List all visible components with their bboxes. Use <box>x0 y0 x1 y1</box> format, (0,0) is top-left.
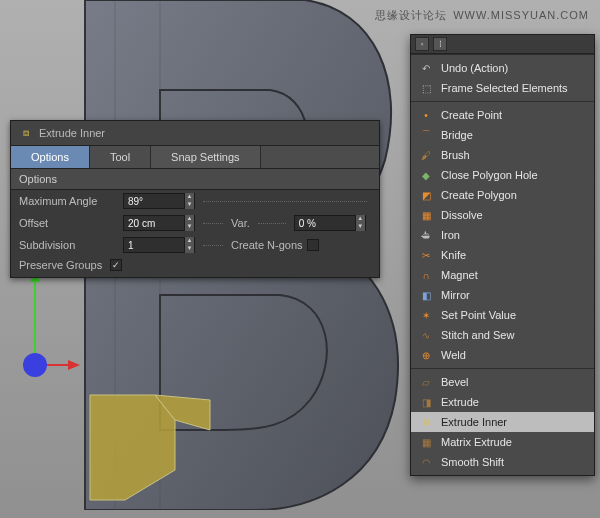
magnet-icon: ∩ <box>419 268 433 282</box>
menu-item-weld[interactable]: ⊕Weld <box>411 345 594 365</box>
menu-item-label: Bevel <box>441 376 469 388</box>
input-max-angle[interactable]: 89°▲▼ <box>123 193 195 209</box>
bridge-icon: ⌒ <box>419 128 433 142</box>
menu-item-brush[interactable]: 🖌Brush <box>411 145 594 165</box>
checkbox-create-ngons[interactable] <box>307 239 319 251</box>
weld-icon: ⊕ <box>419 348 433 362</box>
axis-gizmo[interactable] <box>20 270 80 380</box>
panel-titlebar[interactable]: ⧈ Extrude Inner <box>11 121 379 146</box>
dissolve-icon: ▦ <box>419 208 433 222</box>
menu-item-create-polygon[interactable]: ◩Create Polygon <box>411 185 594 205</box>
menu-item-knife[interactable]: ✂Knife <box>411 245 594 265</box>
menu-item-dissolve[interactable]: ▦Dissolve <box>411 205 594 225</box>
menu-item-label: Extrude Inner <box>441 416 507 428</box>
menu-item-label: Set Point Value <box>441 309 516 321</box>
menu-item-label: Create Point <box>441 109 502 121</box>
menu-item-label: Bridge <box>441 129 473 141</box>
menu-item-matrix-extrude[interactable]: ▦Matrix Extrude <box>411 432 594 452</box>
tab-tool[interactable]: Tool <box>90 146 151 168</box>
label-max-angle: Maximum Angle <box>19 195 119 207</box>
options-section-header: Options <box>11 168 379 190</box>
watermark: 思缘设计论坛WWW.MISSYUAN.COM <box>375 8 595 23</box>
svg-point-4 <box>23 353 47 377</box>
menu-item-label: Magnet <box>441 269 478 281</box>
frame-icon: ⬚ <box>419 81 433 95</box>
menu-item-label: Extrude <box>441 396 479 408</box>
menu-item-label: Create Polygon <box>441 189 517 201</box>
mirror-icon: ◧ <box>419 288 433 302</box>
bevel-icon: ▱ <box>419 375 433 389</box>
menu-item-frame-selected-elements[interactable]: ⬚Frame Selected Elements <box>411 78 594 98</box>
input-subdivision[interactable]: 1▲▼ <box>123 237 195 253</box>
set-point-icon: ✶ <box>419 308 433 322</box>
menu-item-smooth-shift[interactable]: ◠Smooth Shift <box>411 452 594 472</box>
menu-item-label: Stitch and Sew <box>441 329 514 341</box>
menu-item-label: Smooth Shift <box>441 456 504 468</box>
menu-item-create-point[interactable]: •Create Point <box>411 105 594 125</box>
menu-header: ◦ ⁞ <box>411 35 594 54</box>
menu-item-iron[interactable]: ⛴Iron <box>411 225 594 245</box>
menu-item-mirror[interactable]: ◧Mirror <box>411 285 594 305</box>
context-menu: ◦ ⁞ ↶Undo (Action)⬚Frame Selected Elemen… <box>410 34 595 476</box>
checkbox-preserve-groups[interactable]: ✓ <box>110 259 122 271</box>
stitch-icon: ∿ <box>419 328 433 342</box>
knife-icon: ✂ <box>419 248 433 262</box>
menu-pin-icon[interactable]: ◦ <box>415 37 429 51</box>
menu-item-label: Weld <box>441 349 466 361</box>
label-preserve-groups: Preserve Groups <box>19 259 102 271</box>
menu-item-extrude[interactable]: ◨Extrude <box>411 392 594 412</box>
menu-item-close-polygon-hole[interactable]: ◆Close Polygon Hole <box>411 165 594 185</box>
menu-item-label: Iron <box>441 229 460 241</box>
create-point-icon: • <box>419 108 433 122</box>
menu-item-label: Frame Selected Elements <box>441 82 568 94</box>
tab-snap-settings[interactable]: Snap Settings <box>151 146 261 168</box>
extrude-icon: ◨ <box>419 395 433 409</box>
menu-grip-icon[interactable]: ⁞ <box>433 37 447 51</box>
menu-item-bevel[interactable]: ▱Bevel <box>411 372 594 392</box>
tab-options[interactable]: Options <box>11 146 90 168</box>
menu-item-label: Dissolve <box>441 209 483 221</box>
smooth-icon: ◠ <box>419 455 433 469</box>
create-poly-icon: ◩ <box>419 188 433 202</box>
input-var[interactable]: 0 %▲▼ <box>294 215 366 231</box>
extrude-inner-icon: ⧈ <box>419 415 433 429</box>
menu-item-bridge[interactable]: ⌒Bridge <box>411 125 594 145</box>
iron-icon: ⛴ <box>419 228 433 242</box>
input-offset[interactable]: 20 cm▲▼ <box>123 215 195 231</box>
extrude-inner-icon: ⧈ <box>19 126 33 140</box>
label-var: Var. <box>231 217 250 229</box>
svg-marker-3 <box>68 360 80 370</box>
label-offset: Offset <box>19 217 119 229</box>
brush-icon: 🖌 <box>419 148 433 162</box>
panel-title-text: Extrude Inner <box>39 127 105 139</box>
menu-item-label: Undo (Action) <box>441 62 508 74</box>
menu-item-label: Close Polygon Hole <box>441 169 538 181</box>
panel-tabs: Options Tool Snap Settings <box>11 146 379 168</box>
menu-item-label: Matrix Extrude <box>441 436 512 448</box>
menu-item-label: Mirror <box>441 289 470 301</box>
menu-item-set-point-value[interactable]: ✶Set Point Value <box>411 305 594 325</box>
menu-item-extrude-inner[interactable]: ⧈Extrude Inner <box>411 412 594 432</box>
menu-item-label: Brush <box>441 149 470 161</box>
label-create-ngons: Create N-gons <box>231 239 303 251</box>
menu-item-label: Knife <box>441 249 466 261</box>
matrix-icon: ▦ <box>419 435 433 449</box>
extrude-inner-panel: ⧈ Extrude Inner Options Tool Snap Settin… <box>10 120 380 278</box>
label-subdivision: Subdivision <box>19 239 119 251</box>
undo-icon: ↶ <box>419 61 433 75</box>
close-poly-icon: ◆ <box>419 168 433 182</box>
menu-item-stitch-and-sew[interactable]: ∿Stitch and Sew <box>411 325 594 345</box>
menu-item-magnet[interactable]: ∩Magnet <box>411 265 594 285</box>
menu-item-undo-action-[interactable]: ↶Undo (Action) <box>411 58 594 78</box>
